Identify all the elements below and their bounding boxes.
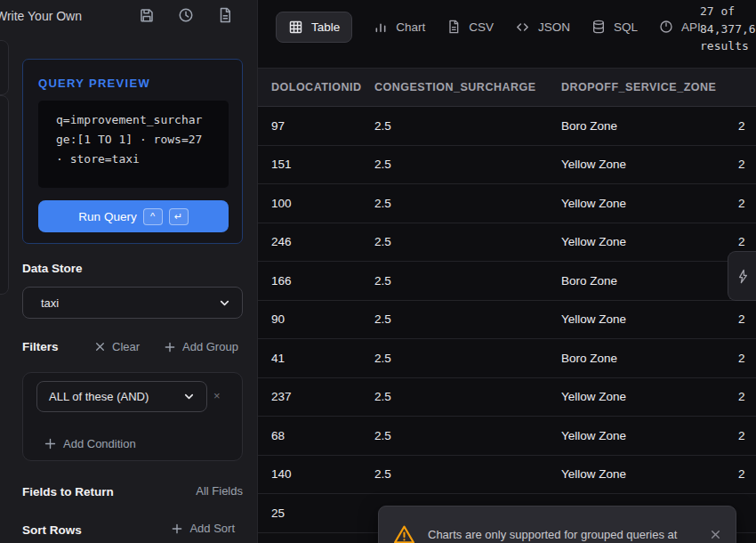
table-cell: 68 [258,429,374,442]
table-cell: Boro Zone [561,352,738,365]
table-cell: 41 [258,352,374,365]
tab-label: JSON [538,20,570,34]
table-cell: Yellow Zone [561,312,738,326]
table-row[interactable]: 246 2.5 Yellow Zone 2 [258,223,756,263]
results-table: DOLOCATIONID CONGESTION_SURCHARGE DROPOF… [258,68,756,543]
clear-filters-button[interactable]: Clear [94,340,140,353]
table-cell: 151 [258,158,374,171]
table-cell: 2 [738,158,756,171]
table-cell: 2.5 [374,312,561,326]
table-cell: Yellow Zone [561,429,738,442]
table-cell: 2.5 [374,274,561,288]
tab-json[interactable]: JSON [515,20,570,35]
database-icon [591,20,606,34]
table-row[interactable]: 90 2.5 Yellow Zone 2 [258,301,756,340]
table-cell: 2.5 [374,197,561,210]
table-cell: Yellow Zone [561,390,738,403]
fields-to-return-row: Fields to Return All Fields [22,483,243,499]
tab-csv[interactable]: CSV [446,20,494,34]
add-condition-button[interactable]: Add Condition [44,437,136,450]
remove-group-icon[interactable]: × [213,389,221,402]
filter-group-card: ALL of these (AND) × Add Condition [22,372,243,461]
enter-keycap: ↵ [169,208,189,225]
plus-icon [44,437,57,450]
add-group-button[interactable]: Add Group [164,340,238,353]
table-cell: 140 [258,467,374,481]
chevron-down-icon [182,390,196,403]
table-body: 97 2.5 Boro Zone 2 151 2.5 Yellow Zone 2… [258,107,756,533]
table-cell: 2 [738,467,756,481]
file-icon [446,20,461,34]
run-query-button[interactable]: Run Query ^ ↵ [38,200,229,232]
warning-icon [393,523,415,543]
grid-icon [288,20,303,35]
query-preview-card: QUERY PREVIEW q=improvement_surcharge:[1… [22,59,243,244]
bar-chart-icon [374,20,388,34]
table-cell: 166 [258,274,374,288]
collapsed-panel-fragment [0,40,9,95]
tab-chart[interactable]: Chart [374,20,425,34]
filter-match-select[interactable]: ALL of these (AND) [36,381,207,412]
filters-header: Filters Clear Add Group [22,340,243,356]
tab-table[interactable]: Table [276,12,352,43]
table-row[interactable]: 41 2.5 Boro Zone 2 [258,339,756,378]
power-circle-icon [659,20,673,34]
table-row[interactable]: 100 2.5 Yellow Zone 2 [258,184,756,223]
lightning-icon [736,269,751,284]
run-query-label: Run Query [78,210,136,223]
x-icon [94,341,106,353]
column-header: DROPOFF_SERVICE_ZONE [561,81,738,93]
plus-icon [164,341,176,353]
query-text: q=improvement_surcharge:[1 TO 1] · rows=… [56,110,207,169]
table-cell: 2 [738,235,756,248]
table-row[interactable]: 97 2.5 Boro Zone 2 [258,107,756,146]
table-cell: 2.5 [374,352,561,365]
table-cell: Yellow Zone [561,158,738,171]
save-icon[interactable] [139,7,155,23]
table-cell: 100 [258,197,374,210]
table-row[interactable]: 140 2.5 Yellow Zone 2 [258,456,756,495]
history-icon[interactable] [178,7,194,23]
filters-label: Filters [22,340,59,353]
document-icon[interactable] [217,7,233,23]
column-header: CONGESTION_SURCHARGE [374,81,561,93]
table-header-row: DOLOCATIONID CONGESTION_SURCHARGE DROPOF… [258,68,756,107]
table-cell: 2 [738,312,756,326]
add-sort-label: Add Sort [189,522,235,535]
tab-label: API [681,20,701,34]
table-cell: 246 [258,235,374,248]
quick-actions-panel[interactable] [728,251,756,301]
clear-label: Clear [112,340,140,353]
data-store-selected-value: taxi [41,296,59,310]
table-row[interactable]: 237 2.5 Yellow Zone 2 [258,378,756,417]
column-header: DOLOCATIONID [258,81,374,93]
add-sort-button[interactable]: Add Sort [171,522,235,535]
table-cell: 2 [738,119,756,133]
toast-message: Charts are only supported for grouped qu… [428,528,697,541]
all-fields-button[interactable]: All Fields [196,484,243,498]
tab-label: CSV [469,20,494,34]
tab-api[interactable]: API [659,20,701,34]
add-group-label: Add Group [182,340,238,353]
results-count-text: 27 of 84,377,6 results [700,4,756,53]
table-cell: 2.5 [374,390,561,403]
sidebar: Write Your Own QUERY PREVIEW q=improveme… [0,0,258,543]
table-cell: Boro Zone [561,274,738,288]
collapsed-panel-fragment [0,95,9,295]
toast-notification: Charts are only supported for grouped qu… [378,506,736,543]
table-cell: 2.5 [374,235,561,248]
close-icon[interactable] [710,529,721,540]
table-cell: 25 [258,507,374,520]
table-cell: 2 [738,352,756,365]
plus-icon [171,523,183,535]
table-row[interactable]: 68 2.5 Yellow Zone 2 [258,417,756,456]
table-row[interactable]: 166 2.5 Boro Zone 2 [258,262,756,301]
table-row[interactable]: 151 2.5 Yellow Zone 2 [258,146,756,185]
tab-sql[interactable]: SQL [591,20,638,34]
table-cell: 2.5 [374,467,561,481]
chevron-down-icon [218,296,231,310]
results-count: 27 of 84,377,6 results [700,3,756,53]
table-cell: Boro Zone [561,119,738,133]
data-store-select[interactable]: taxi [22,287,243,319]
table-cell: 2.5 [374,429,561,442]
